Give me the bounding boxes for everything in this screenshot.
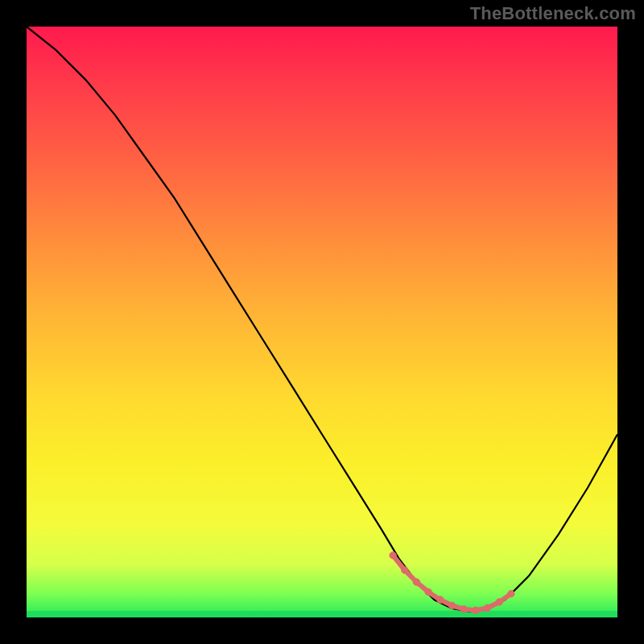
chart-svg [27, 27, 617, 617]
bottleneck-curve [27, 27, 617, 612]
highlight-marker-group [390, 552, 514, 614]
chart-frame: TheBottleneck.com [0, 0, 644, 644]
plot-area [27, 27, 617, 617]
highlight-dot [508, 590, 514, 597]
watermark-text: TheBottleneck.com [470, 3, 636, 24]
